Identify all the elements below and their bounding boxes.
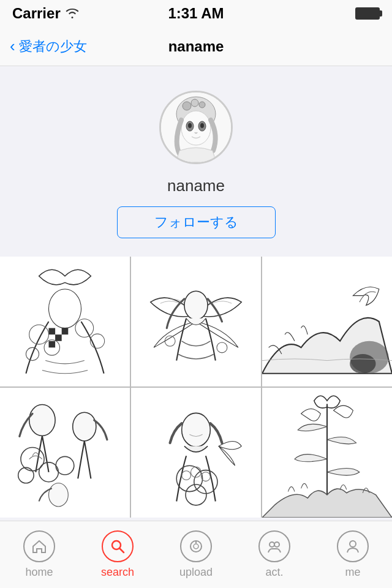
gallery-item[interactable] — [262, 257, 392, 386]
svg-rect-18 — [62, 328, 69, 335]
tab-me[interactable]: me — [314, 530, 392, 579]
svg-point-3 — [191, 99, 198, 107]
svg-point-8 — [188, 123, 192, 128]
tab-search[interactable]: search — [78, 530, 157, 579]
svg-point-37 — [182, 413, 211, 447]
avatar-image — [161, 92, 231, 162]
svg-line-47 — [119, 548, 124, 552]
nav-title: naname — [168, 38, 224, 55]
tab-act[interactable]: act. — [235, 530, 314, 579]
status-bar: Carrier 1:31 AM — [0, 0, 392, 27]
search-icon — [102, 530, 134, 562]
tab-search-label: search — [101, 566, 134, 579]
tab-home[interactable]: home — [0, 530, 78, 579]
svg-point-2 — [183, 102, 191, 110]
back-arrow-icon: ‹ — [10, 37, 15, 56]
svg-point-30 — [73, 412, 96, 441]
status-battery — [355, 7, 380, 20]
svg-rect-20 — [49, 341, 56, 348]
carrier-text: Carrier — [12, 5, 79, 22]
gallery-item[interactable] — [131, 388, 261, 518]
avatar — [159, 91, 233, 164]
svg-rect-19 — [55, 334, 62, 341]
gallery-item[interactable] — [0, 388, 130, 518]
tab-bar: home search upload — [0, 521, 392, 588]
svg-point-5 — [181, 111, 211, 145]
profile-username: naname — [167, 176, 225, 195]
back-label: 愛者の少女 — [19, 37, 87, 56]
gallery-item[interactable] — [131, 257, 261, 386]
svg-point-51 — [270, 542, 274, 547]
status-time: 1:31 AM — [168, 5, 224, 22]
gallery-grid — [0, 257, 392, 518]
svg-point-52 — [274, 542, 279, 547]
follow-button[interactable]: フォローする — [117, 206, 276, 238]
tab-home-label: home — [25, 566, 53, 579]
profile-section: naname フォローする — [0, 66, 392, 257]
svg-rect-17 — [49, 328, 56, 335]
tab-upload-label: upload — [179, 566, 213, 579]
tab-upload[interactable]: upload — [157, 530, 235, 579]
me-icon — [337, 530, 369, 562]
back-button[interactable]: ‹ 愛者の少女 — [10, 37, 87, 56]
svg-point-22 — [184, 291, 208, 320]
gallery-item[interactable] — [0, 257, 130, 386]
svg-point-4 — [199, 102, 205, 108]
home-icon — [23, 530, 55, 562]
tab-act-label: act. — [265, 566, 283, 579]
gallery-item[interactable] — [262, 388, 392, 518]
svg-point-29 — [29, 405, 55, 436]
upload-icon — [180, 530, 212, 562]
svg-point-27 — [350, 354, 375, 374]
svg-point-9 — [200, 123, 204, 128]
nav-bar: ‹ 愛者の少女 naname — [0, 27, 392, 66]
wifi-icon — [66, 5, 79, 22]
svg-rect-36 — [131, 388, 261, 518]
battery-icon — [355, 7, 380, 20]
svg-point-49 — [194, 544, 198, 549]
svg-point-53 — [350, 541, 356, 547]
svg-point-35 — [49, 483, 69, 507]
act-icon — [258, 530, 290, 562]
main-content: naname フォローする — [0, 66, 392, 521]
tab-me-label: me — [345, 566, 360, 579]
